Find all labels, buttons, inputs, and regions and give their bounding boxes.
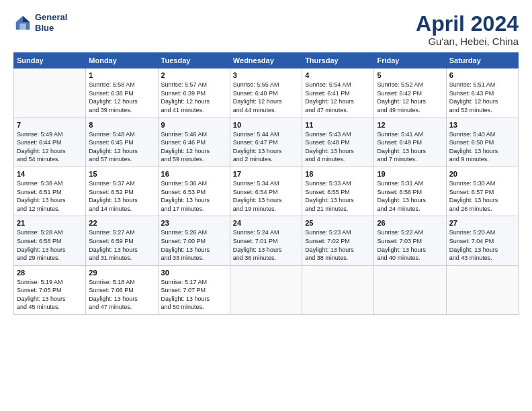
weekday-header: Monday	[86, 53, 158, 68]
day-number: 20	[449, 170, 515, 178]
day-number: 19	[377, 170, 443, 178]
day-detail: Sunrise: 5:17 AM Sunset: 7:07 PM Dayligh…	[161, 278, 227, 312]
day-detail: Sunrise: 5:26 AM Sunset: 7:00 PM Dayligh…	[161, 228, 227, 262]
day-number: 8	[89, 121, 154, 129]
day-number: 1	[89, 71, 154, 79]
day-number: 9	[161, 121, 227, 129]
calendar-cell: 24Sunrise: 5:24 AM Sunset: 7:01 PM Dayli…	[230, 216, 302, 265]
day-detail: Sunrise: 5:34 AM Sunset: 6:54 PM Dayligh…	[233, 179, 299, 213]
day-number: 22	[89, 219, 154, 227]
day-detail: Sunrise: 5:43 AM Sunset: 6:48 PM Dayligh…	[305, 130, 371, 164]
calendar-cell: 25Sunrise: 5:23 AM Sunset: 7:02 PM Dayli…	[302, 216, 374, 265]
day-number: 10	[233, 121, 299, 129]
weekday-header: Friday	[374, 53, 446, 68]
day-number: 11	[305, 121, 371, 129]
calendar-week-row: 21Sunrise: 5:28 AM Sunset: 6:58 PM Dayli…	[14, 216, 519, 265]
day-detail: Sunrise: 5:51 AM Sunset: 6:43 PM Dayligh…	[449, 81, 515, 114]
calendar-cell: 20Sunrise: 5:30 AM Sunset: 6:57 PM Dayli…	[446, 167, 518, 216]
calendar-cell: 27Sunrise: 5:20 AM Sunset: 7:04 PM Dayli…	[446, 216, 518, 265]
weekday-header: Saturday	[446, 53, 518, 68]
calendar-cell: 29Sunrise: 5:18 AM Sunset: 7:06 PM Dayli…	[86, 265, 158, 314]
day-number: 21	[17, 219, 83, 227]
day-number: 13	[449, 121, 515, 129]
day-number: 29	[89, 269, 154, 277]
day-detail: Sunrise: 5:19 AM Sunset: 7:05 PM Dayligh…	[17, 278, 83, 312]
header: General Blue April 2024 Gu'an, Hebei, Ch…	[13, 12, 519, 47]
calendar-cell: 10Sunrise: 5:44 AM Sunset: 6:47 PM Dayli…	[230, 118, 302, 167]
calendar-cell: 15Sunrise: 5:37 AM Sunset: 6:52 PM Dayli…	[86, 167, 158, 216]
logo-text: General Blue	[35, 12, 67, 33]
day-number: 18	[305, 170, 371, 178]
day-number: 4	[305, 71, 371, 79]
calendar-cell: 16Sunrise: 5:36 AM Sunset: 6:53 PM Dayli…	[158, 167, 230, 216]
calendar-week-row: 14Sunrise: 5:38 AM Sunset: 6:51 PM Dayli…	[14, 167, 519, 216]
day-number: 3	[233, 71, 299, 79]
title-location: Gu'an, Hebei, China	[416, 36, 519, 47]
calendar-cell: 14Sunrise: 5:38 AM Sunset: 6:51 PM Dayli…	[14, 167, 86, 216]
day-number: 12	[377, 121, 443, 129]
day-detail: Sunrise: 5:49 AM Sunset: 6:44 PM Dayligh…	[17, 130, 83, 164]
calendar-cell	[14, 68, 86, 118]
calendar-cell: 7Sunrise: 5:49 AM Sunset: 6:44 PM Daylig…	[14, 118, 86, 167]
day-detail: Sunrise: 5:52 AM Sunset: 6:42 PM Dayligh…	[377, 81, 443, 114]
logo: General Blue	[13, 12, 67, 33]
calendar-cell: 19Sunrise: 5:31 AM Sunset: 6:56 PM Dayli…	[374, 167, 446, 216]
day-detail: Sunrise: 5:46 AM Sunset: 6:46 PM Dayligh…	[161, 130, 227, 164]
day-detail: Sunrise: 5:57 AM Sunset: 6:39 PM Dayligh…	[161, 81, 227, 114]
calendar-cell: 28Sunrise: 5:19 AM Sunset: 7:05 PM Dayli…	[14, 265, 86, 314]
day-number: 2	[161, 71, 227, 79]
calendar-cell: 9Sunrise: 5:46 AM Sunset: 6:46 PM Daylig…	[158, 118, 230, 167]
calendar-cell: 30Sunrise: 5:17 AM Sunset: 7:07 PM Dayli…	[158, 265, 230, 314]
calendar-cell: 22Sunrise: 5:27 AM Sunset: 6:59 PM Dayli…	[86, 216, 158, 265]
day-number: 23	[161, 219, 227, 227]
calendar-cell: 21Sunrise: 5:28 AM Sunset: 6:58 PM Dayli…	[14, 216, 86, 265]
calendar-week-row: 1Sunrise: 5:58 AM Sunset: 6:38 PM Daylig…	[14, 68, 519, 118]
weekday-header: Wednesday	[230, 53, 302, 68]
day-number: 24	[233, 219, 299, 227]
calendar-cell: 11Sunrise: 5:43 AM Sunset: 6:48 PM Dayli…	[302, 118, 374, 167]
weekday-header: Sunday	[14, 53, 86, 68]
day-detail: Sunrise: 5:48 AM Sunset: 6:45 PM Dayligh…	[89, 130, 154, 164]
calendar-cell	[302, 265, 374, 314]
day-detail: Sunrise: 5:36 AM Sunset: 6:53 PM Dayligh…	[161, 179, 227, 213]
calendar-cell: 4Sunrise: 5:54 AM Sunset: 6:41 PM Daylig…	[302, 68, 374, 118]
calendar-cell: 18Sunrise: 5:33 AM Sunset: 6:55 PM Dayli…	[302, 167, 374, 216]
day-detail: Sunrise: 5:18 AM Sunset: 7:06 PM Dayligh…	[89, 278, 154, 312]
day-detail: Sunrise: 5:27 AM Sunset: 6:59 PM Dayligh…	[89, 228, 154, 262]
day-detail: Sunrise: 5:22 AM Sunset: 7:03 PM Dayligh…	[377, 228, 443, 262]
day-number: 14	[17, 170, 83, 178]
svg-rect-3	[19, 24, 26, 30]
day-detail: Sunrise: 5:28 AM Sunset: 6:58 PM Dayligh…	[17, 228, 83, 262]
day-detail: Sunrise: 5:33 AM Sunset: 6:55 PM Dayligh…	[305, 179, 371, 213]
day-number: 30	[161, 269, 227, 277]
calendar-cell: 12Sunrise: 5:41 AM Sunset: 6:49 PM Dayli…	[374, 118, 446, 167]
calendar-cell	[374, 265, 446, 314]
calendar-cell: 23Sunrise: 5:26 AM Sunset: 7:00 PM Dayli…	[158, 216, 230, 265]
day-detail: Sunrise: 5:40 AM Sunset: 6:50 PM Dayligh…	[449, 130, 515, 164]
day-detail: Sunrise: 5:23 AM Sunset: 7:02 PM Dayligh…	[305, 228, 371, 262]
day-number: 26	[377, 219, 443, 227]
day-number: 6	[449, 71, 515, 79]
calendar-cell: 13Sunrise: 5:40 AM Sunset: 6:50 PM Dayli…	[446, 118, 518, 167]
page: General Blue April 2024 Gu'an, Hebei, Ch…	[0, 0, 532, 322]
calendar-cell: 5Sunrise: 5:52 AM Sunset: 6:42 PM Daylig…	[374, 68, 446, 118]
day-detail: Sunrise: 5:54 AM Sunset: 6:41 PM Dayligh…	[305, 81, 371, 114]
day-number: 28	[17, 269, 83, 277]
day-number: 7	[17, 121, 83, 129]
calendar-table: SundayMondayTuesdayWednesdayThursdayFrid…	[13, 52, 519, 315]
day-detail: Sunrise: 5:24 AM Sunset: 7:01 PM Dayligh…	[233, 228, 299, 262]
day-number: 16	[161, 170, 227, 178]
title-block: April 2024 Gu'an, Hebei, China	[416, 12, 519, 47]
day-number: 17	[233, 170, 299, 178]
calendar-week-row: 7Sunrise: 5:49 AM Sunset: 6:44 PM Daylig…	[14, 118, 519, 167]
header-row: SundayMondayTuesdayWednesdayThursdayFrid…	[14, 53, 519, 68]
calendar-cell: 26Sunrise: 5:22 AM Sunset: 7:03 PM Dayli…	[374, 216, 446, 265]
title-month: April 2024	[416, 12, 519, 36]
weekday-header: Thursday	[302, 53, 374, 68]
day-detail: Sunrise: 5:30 AM Sunset: 6:57 PM Dayligh…	[449, 179, 515, 213]
day-detail: Sunrise: 5:44 AM Sunset: 6:47 PM Dayligh…	[233, 130, 299, 164]
day-number: 25	[305, 219, 371, 227]
day-detail: Sunrise: 5:31 AM Sunset: 6:56 PM Dayligh…	[377, 179, 443, 213]
day-detail: Sunrise: 5:41 AM Sunset: 6:49 PM Dayligh…	[377, 130, 443, 164]
day-detail: Sunrise: 5:37 AM Sunset: 6:52 PM Dayligh…	[89, 179, 154, 213]
